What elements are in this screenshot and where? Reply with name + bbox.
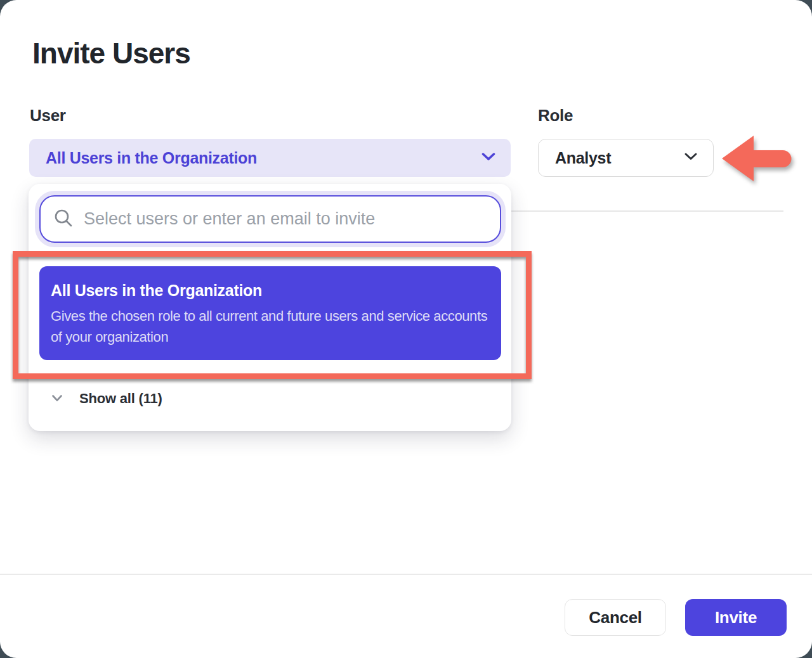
dropdown-option-all-users[interactable]: All Users in the Organization Gives the … <box>39 266 501 360</box>
user-select[interactable]: All Users in the Organization <box>29 139 511 177</box>
option-title: All Users in the Organization <box>51 281 490 300</box>
annotation-arrow-icon <box>721 133 796 184</box>
search-icon <box>53 208 74 231</box>
role-select[interactable]: Analyst <box>538 139 714 177</box>
chevron-down-icon <box>481 152 495 164</box>
user-dropdown-panel: All Users in the Organization Gives the … <box>29 184 511 431</box>
footer-divider <box>0 574 812 575</box>
show-all-toggle[interactable]: Show all (11) <box>51 390 162 407</box>
invite-button[interactable]: Invite <box>685 599 787 636</box>
invite-users-dialog: Invite Users User All Users in the Organ… <box>0 0 812 658</box>
option-description: Gives the chosen role to all current and… <box>51 306 490 347</box>
chevron-down-icon <box>51 393 63 404</box>
page-title: Invite Users <box>32 36 190 70</box>
search-box[interactable] <box>39 195 501 243</box>
user-select-value: All Users in the Organization <box>46 149 257 167</box>
chevron-down-icon <box>684 152 698 164</box>
role-select-value: Analyst <box>555 149 611 167</box>
user-field-label: User <box>30 106 66 126</box>
show-all-label: Show all (11) <box>79 390 162 407</box>
cancel-button[interactable]: Cancel <box>565 599 666 636</box>
search-input[interactable] <box>84 209 487 229</box>
role-field-label: Role <box>538 106 573 126</box>
